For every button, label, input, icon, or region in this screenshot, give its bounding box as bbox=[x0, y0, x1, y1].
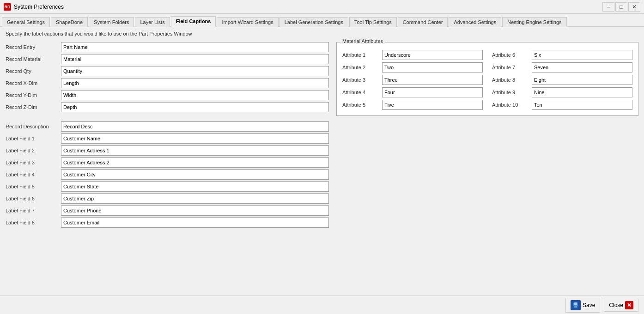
tab-shapedone[interactable]: ShapeDone bbox=[51, 17, 88, 27]
field-row-label-8: Label Field 8 bbox=[6, 217, 329, 228]
attr-row-10: Attribute 10 bbox=[492, 100, 632, 110]
window-title: System Preferences bbox=[14, 4, 64, 10]
tab-system-folders[interactable]: System Folders bbox=[89, 17, 134, 27]
close-label: Close bbox=[609, 302, 623, 308]
input-record-material[interactable] bbox=[61, 54, 329, 64]
attr-3-input[interactable] bbox=[382, 75, 483, 85]
input-label-field-2[interactable] bbox=[61, 145, 329, 156]
field-row-label-2: Label Field 2 bbox=[6, 145, 329, 156]
label-field-7-label: Label Field 7 bbox=[6, 208, 61, 213]
tab-import-wizard-settings[interactable]: Import Wizard Settings bbox=[217, 17, 278, 27]
label-record-ydim: Record Y-Dim bbox=[6, 92, 61, 98]
right-attributes-column: Attribute 6 Attribute 7 Attribute 8 bbox=[492, 50, 632, 110]
minimize-button[interactable]: – bbox=[602, 2, 614, 12]
tab-general-settings[interactable]: General Settings bbox=[2, 17, 50, 27]
field-row-label-1: Label Field 1 bbox=[6, 133, 329, 144]
attr-5-label: Attribute 5 bbox=[342, 102, 379, 108]
app-icon: RD bbox=[4, 3, 11, 11]
attr-8-input[interactable] bbox=[532, 75, 632, 85]
label-record-zdim: Record Z-Dim bbox=[6, 104, 61, 110]
attr-4-input[interactable] bbox=[382, 87, 483, 97]
svg-rect-1 bbox=[574, 302, 577, 305]
label-field-4-label: Label Field 4 bbox=[6, 172, 61, 177]
close-icon: ✕ bbox=[625, 301, 633, 309]
input-record-entry[interactable] bbox=[61, 42, 329, 52]
attr-7-label: Attribute 7 bbox=[492, 65, 529, 70]
input-record-xdim[interactable] bbox=[61, 78, 329, 88]
svg-rect-3 bbox=[574, 306, 577, 308]
field-row-label-6: Label Field 6 bbox=[6, 193, 329, 204]
save-label: Save bbox=[583, 302, 595, 308]
input-label-field-3[interactable] bbox=[61, 157, 329, 168]
content-area: Specify the label captions that you woul… bbox=[0, 27, 644, 296]
footer: Save Close ✕ bbox=[0, 296, 644, 314]
tab-nesting-engine-settings[interactable]: Nesting Engine Settings bbox=[502, 17, 566, 27]
field-row-record-desc: Record Description bbox=[6, 121, 329, 132]
label-field-6-label: Label Field 6 bbox=[6, 196, 61, 201]
maximize-button[interactable]: □ bbox=[615, 2, 627, 12]
attr-6-input[interactable] bbox=[532, 50, 632, 60]
input-record-description[interactable] bbox=[61, 121, 329, 132]
field-row-label-5: Label Field 5 bbox=[6, 181, 329, 192]
tab-layer-lists[interactable]: Layer Lists bbox=[135, 17, 170, 27]
field-row-record-entry: Record Entry bbox=[6, 42, 329, 52]
label-field-1-label: Label Field 1 bbox=[6, 136, 61, 141]
attr-row-7: Attribute 7 bbox=[492, 62, 632, 72]
attr-2-input[interactable] bbox=[382, 62, 483, 72]
close-button[interactable]: Close ✕ bbox=[604, 299, 638, 312]
tab-command-center[interactable]: Command Center bbox=[398, 17, 448, 27]
field-row-label-7: Label Field 7 bbox=[6, 205, 329, 216]
label-record-description: Record Description bbox=[6, 124, 61, 129]
input-label-field-6[interactable] bbox=[61, 193, 329, 204]
field-row-record-qty: Record Qty bbox=[6, 66, 329, 76]
title-bar: RD System Preferences – □ ✕ bbox=[0, 0, 644, 14]
window-controls: – □ ✕ bbox=[602, 2, 640, 12]
tab-field-captions[interactable]: Field Captions bbox=[171, 16, 216, 27]
label-field-3-label: Label Field 3 bbox=[6, 160, 61, 165]
attr-row-2: Attribute 2 bbox=[342, 62, 483, 72]
attr-5-input[interactable] bbox=[382, 100, 483, 110]
field-row-label-4: Label Field 4 bbox=[6, 169, 329, 180]
tab-label-generation-settings[interactable]: Label Generation Settings bbox=[279, 17, 348, 27]
label-field-5-label: Label Field 5 bbox=[6, 184, 61, 189]
attr-7-input[interactable] bbox=[532, 62, 632, 72]
right-panel: Material Attributes Attribute 1 Attribut… bbox=[336, 42, 638, 229]
attr-row-8: Attribute 8 bbox=[492, 75, 632, 85]
attr-4-label: Attribute 4 bbox=[342, 90, 379, 95]
input-record-qty[interactable] bbox=[61, 66, 329, 76]
label-field-8-label: Label Field 8 bbox=[6, 220, 61, 225]
window-close-button[interactable]: ✕ bbox=[628, 2, 640, 12]
label-record-xdim: Record X-Dim bbox=[6, 80, 61, 86]
input-label-field-5[interactable] bbox=[61, 181, 329, 192]
label-fields-section: Label Field 1 Label Field 2 Label Field … bbox=[6, 133, 329, 228]
input-label-field-1[interactable] bbox=[61, 133, 329, 144]
label-field-2-label: Label Field 2 bbox=[6, 148, 61, 153]
attr-row-4: Attribute 4 bbox=[342, 87, 483, 97]
left-panel: Record Entry Record Material Record Qty … bbox=[6, 42, 329, 229]
input-label-field-7[interactable] bbox=[61, 205, 329, 216]
attr-1-input[interactable] bbox=[382, 50, 483, 60]
attr-row-5: Attribute 5 bbox=[342, 100, 483, 110]
attr-3-label: Attribute 3 bbox=[342, 77, 379, 83]
attr-10-label: Attribute 10 bbox=[492, 102, 529, 108]
attr-6-label: Attribute 6 bbox=[492, 52, 529, 58]
attr-1-label: Attribute 1 bbox=[342, 52, 379, 58]
input-label-field-8[interactable] bbox=[61, 217, 329, 228]
attr-row-1: Attribute 1 bbox=[342, 50, 483, 60]
left-attributes-column: Attribute 1 Attribute 2 Attribute 3 bbox=[342, 50, 483, 110]
save-icon bbox=[571, 300, 581, 310]
field-row-record-material: Record Material bbox=[6, 54, 329, 64]
attr-10-input[interactable] bbox=[532, 100, 632, 110]
input-label-field-4[interactable] bbox=[61, 169, 329, 180]
field-row-record-ydim: Record Y-Dim bbox=[6, 90, 329, 100]
attr-9-label: Attribute 9 bbox=[492, 90, 529, 95]
material-attributes-title: Material Attributes bbox=[340, 38, 385, 44]
tab-advanced-settings[interactable]: Advanced Settings bbox=[449, 17, 501, 27]
record-fields-section: Record Entry Record Material Record Qty … bbox=[6, 42, 329, 112]
label-record-material: Record Material bbox=[6, 56, 61, 62]
input-record-zdim[interactable] bbox=[61, 102, 329, 112]
tab-tool-tip-settings[interactable]: Tool Tip Settings bbox=[349, 17, 397, 27]
save-button[interactable]: Save bbox=[565, 298, 600, 313]
input-record-ydim[interactable] bbox=[61, 90, 329, 100]
attr-9-input[interactable] bbox=[532, 87, 632, 97]
